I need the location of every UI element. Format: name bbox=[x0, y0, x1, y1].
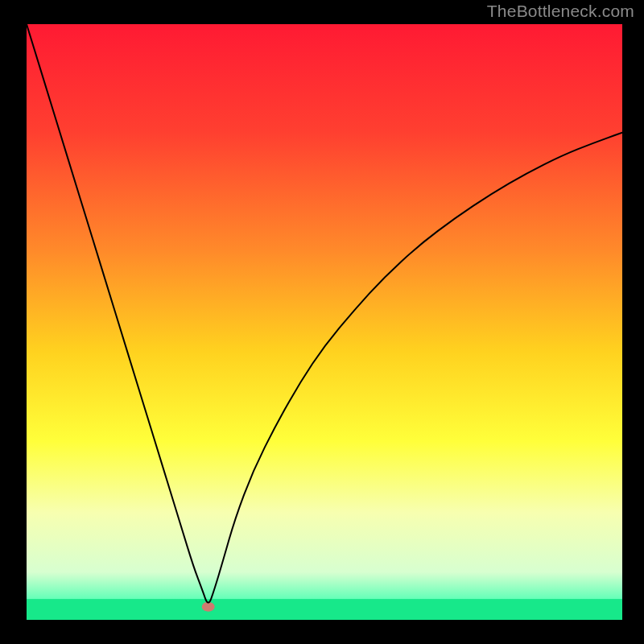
watermark-text: TheBottleneck.com bbox=[487, 2, 634, 21]
plot-area bbox=[27, 24, 622, 620]
plot-svg bbox=[27, 24, 622, 620]
gradient-background bbox=[27, 24, 622, 620]
chart-frame: TheBottleneck.com bbox=[0, 0, 644, 644]
green-floor bbox=[27, 599, 622, 620]
